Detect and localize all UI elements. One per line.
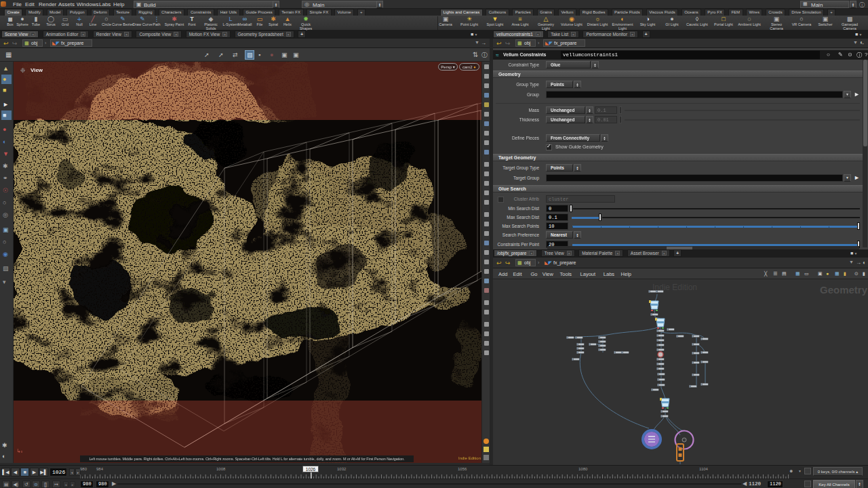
svg-text:1008: 1008 (216, 467, 226, 471)
svg-text:1104: 1104 (699, 467, 709, 471)
svg-text:984: 984 (96, 467, 104, 471)
svg-text:1080: 1080 (578, 467, 588, 471)
svg-text:980: 980 (80, 467, 87, 471)
svg-text:1056: 1056 (458, 467, 467, 471)
svg-text:1032: 1032 (337, 467, 347, 471)
